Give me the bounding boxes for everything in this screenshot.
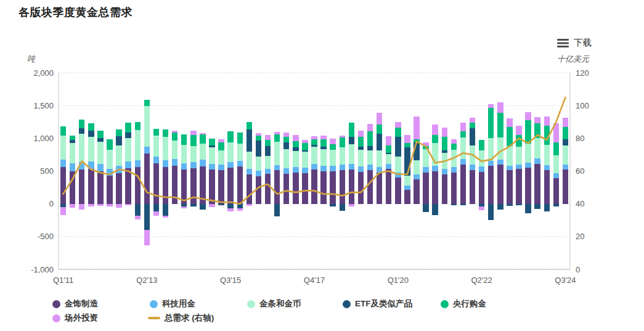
bar-segment <box>283 137 290 142</box>
bar-segment <box>265 146 271 155</box>
bar-segment <box>386 153 392 155</box>
bar-segment <box>358 137 364 147</box>
bar-segment <box>293 135 299 141</box>
bar-segment <box>237 208 243 211</box>
bar-segment <box>302 152 308 168</box>
bar-segment <box>534 204 540 210</box>
bar-segment <box>404 143 410 147</box>
bar-segment <box>386 164 392 170</box>
legend-label: 金饰制造 <box>65 298 98 309</box>
bar-segment <box>516 169 522 203</box>
bar-segment <box>320 147 327 149</box>
bar-segment <box>293 147 299 151</box>
bar-segment <box>349 137 355 144</box>
bar-segment <box>470 123 476 128</box>
bar-segment <box>497 165 503 204</box>
legend-item-otc[interactable]: 场外投资 <box>52 313 98 324</box>
bar-segment <box>97 204 104 206</box>
legend-label: 总需求 (右轴) <box>165 313 214 324</box>
legend-item-technology[interactable]: 科技用金 <box>150 298 195 309</box>
bar-segment <box>460 131 467 137</box>
legend-item-total-demand[interactable]: 总需求 (右轴) <box>148 313 214 324</box>
bar-segment <box>507 118 513 127</box>
bar-segment <box>163 137 169 160</box>
bar-segment <box>181 163 187 170</box>
bar-segment <box>488 104 494 108</box>
bar-segment <box>153 129 160 136</box>
bar-segment <box>256 171 262 176</box>
bar-segment <box>432 171 438 204</box>
bar-segment <box>265 156 271 169</box>
bar-segment <box>283 149 290 168</box>
bar-segment <box>144 204 150 231</box>
svg-text:Q2'22: Q2'22 <box>471 276 492 285</box>
bar-segment <box>125 123 131 133</box>
svg-text:2,000: 2,000 <box>33 68 54 78</box>
bar-segment <box>200 134 206 143</box>
bar-segment <box>497 160 503 165</box>
bar-segment <box>497 113 503 137</box>
bar-segment <box>497 204 503 210</box>
bar-segment <box>320 166 327 171</box>
bar-segment <box>432 135 438 142</box>
bar-segment <box>330 204 336 207</box>
bar-segment <box>451 167 457 173</box>
bar-segment <box>265 169 271 174</box>
bar-segment <box>227 204 234 208</box>
legend-label: 科技用金 <box>162 298 195 309</box>
bar-segment <box>563 127 569 139</box>
bar-segment <box>60 207 67 215</box>
bar-segment <box>70 143 76 163</box>
bar-segment <box>386 154 392 163</box>
legend-item-jewellery[interactable]: 金饰制造 <box>52 298 98 309</box>
bar-segment <box>507 127 513 145</box>
bar-segment <box>88 123 94 131</box>
bar-segment <box>432 166 438 171</box>
bar-segment <box>60 160 67 167</box>
bar-segment <box>79 134 85 162</box>
bar-segment <box>88 131 94 137</box>
bar-segment <box>404 176 410 186</box>
bar-segment <box>525 204 531 213</box>
bar-segment <box>460 165 467 204</box>
bar-segment <box>340 137 346 147</box>
bar-segment <box>247 174 253 204</box>
legend-item-central-banks[interactable]: 央行购金 <box>441 298 486 309</box>
bar-segment <box>60 167 67 204</box>
bar-segment <box>460 123 467 131</box>
bar-segment <box>283 168 290 174</box>
bar-segment <box>247 152 253 170</box>
bar-segment <box>116 145 122 166</box>
bar-segment <box>256 141 262 157</box>
bar-segment <box>330 166 336 171</box>
bar-segment <box>340 204 346 211</box>
legend-item-bars-and-coins[interactable]: 金条和金币 <box>247 298 301 309</box>
bar-segment <box>256 133 262 136</box>
bar-segment <box>153 157 160 163</box>
bar-segment <box>442 169 448 174</box>
bar-segment <box>423 167 429 173</box>
bar-segment <box>432 125 438 135</box>
bar-segment <box>507 146 513 166</box>
legend-item-etf[interactable]: ETF及类似产品 <box>343 298 412 309</box>
bar-segment <box>218 165 224 170</box>
bar-segment <box>135 122 141 130</box>
bar-segment <box>116 204 122 208</box>
bar-segment <box>247 122 253 129</box>
bar-segment <box>237 133 243 144</box>
bar-segment <box>563 139 569 145</box>
bar-segment <box>256 136 262 141</box>
bar-segment <box>88 169 94 203</box>
bar-segment <box>395 157 401 173</box>
demand-chart[interactable]: 2,0001,5001,0005000-500-1,00012010080604… <box>0 0 644 293</box>
bar-segment <box>497 137 503 160</box>
bar-segment <box>340 165 346 170</box>
bar-segment <box>423 173 429 204</box>
bar-segment <box>479 166 485 171</box>
bar-segment <box>340 170 346 203</box>
bar-segment <box>116 129 122 137</box>
svg-text:500: 500 <box>40 166 54 176</box>
bar-segment <box>172 131 178 133</box>
bar-segment <box>107 204 113 207</box>
bar-segment <box>237 144 243 161</box>
